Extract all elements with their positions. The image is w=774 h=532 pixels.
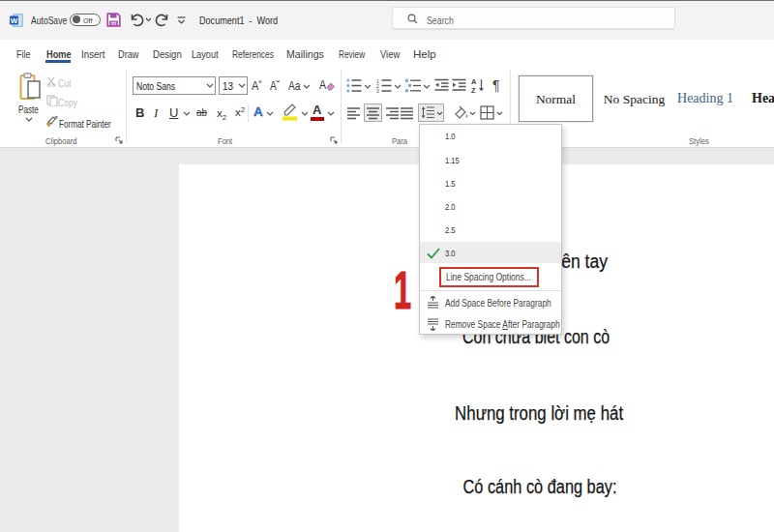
svg-text:3: 3 xyxy=(376,88,379,93)
svg-text:Z: Z xyxy=(471,86,476,94)
svg-text:W: W xyxy=(11,16,18,25)
svg-text:A: A xyxy=(471,77,477,86)
